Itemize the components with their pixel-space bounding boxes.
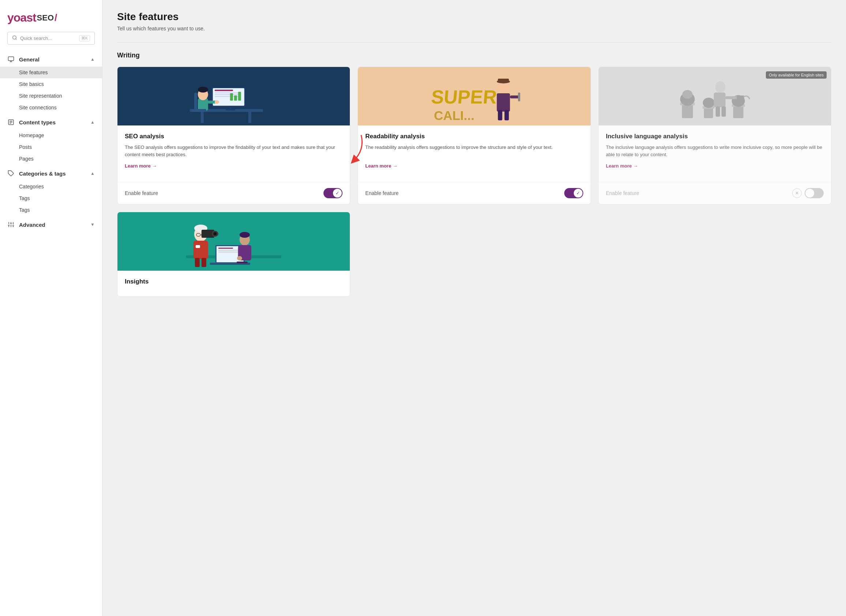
search-shortcut: ⌘K bbox=[79, 35, 90, 41]
seo-analysis-card-image bbox=[118, 67, 350, 125]
seo-analysis-title: SEO analysis bbox=[125, 133, 342, 140]
inclusive-description: The inclusive language analysis offers s… bbox=[606, 144, 824, 158]
svg-rect-49 bbox=[518, 92, 520, 101]
readability-toggle-track: ✓ bbox=[564, 188, 583, 198]
logo-area: yoast SEO / bbox=[0, 7, 102, 32]
nav-section-general-header[interactable]: General ▲ bbox=[0, 52, 102, 67]
seo-analysis-toggle[interactable]: ✓ bbox=[323, 188, 342, 198]
logo-slash: / bbox=[54, 12, 57, 23]
general-nav-items: Site features Site basics Site represent… bbox=[0, 67, 102, 113]
seo-analysis-card-wrapper: SEO analysis The SEO analysis offers sug… bbox=[117, 67, 350, 204]
readability-description: The readability analysis offers suggesti… bbox=[365, 144, 583, 158]
insights-card-body: Insights bbox=[118, 271, 350, 296]
sidebar-item-pages[interactable]: Pages bbox=[0, 153, 102, 164]
seo-analysis-card-body: SEO analysis The SEO analysis offers sug… bbox=[118, 125, 350, 182]
readability-card-body: Readability analysis The readability ana… bbox=[358, 125, 590, 182]
inclusive-toggle-track bbox=[805, 188, 824, 198]
monitor-icon bbox=[7, 56, 15, 63]
svg-rect-45 bbox=[497, 93, 510, 111]
readability-toggle[interactable]: ✓ bbox=[564, 188, 583, 198]
readability-card-image: SUPER CALI... bbox=[358, 67, 590, 125]
svg-rect-20 bbox=[201, 112, 204, 123]
inclusive-card-footer: Enable feature ✕ bbox=[599, 182, 831, 204]
readability-title: Readability analysis bbox=[365, 133, 583, 140]
seo-analysis-card-footer: Enable feature ✓ bbox=[118, 182, 350, 204]
seo-illustration bbox=[118, 67, 350, 125]
seo-analysis-learn-more[interactable]: Learn more → bbox=[125, 163, 342, 169]
svg-rect-26 bbox=[215, 89, 233, 91]
readability-enable-feature-label: Enable feature bbox=[365, 190, 398, 196]
inclusive-toggle-x-icon: ✕ bbox=[792, 188, 802, 198]
svg-rect-63 bbox=[737, 95, 744, 101]
insights-card-image bbox=[118, 212, 350, 271]
svg-rect-28 bbox=[215, 94, 239, 95]
categories-tags-nav-items: Categories Tags Tags bbox=[0, 181, 102, 216]
sidebar-item-categories[interactable]: Categories bbox=[0, 181, 102, 192]
sidebar-item-site-representation[interactable]: Site representation bbox=[0, 90, 102, 102]
sidebar-item-site-connections[interactable]: Site connections bbox=[0, 102, 102, 113]
sidebar-item-homepage[interactable]: Homepage bbox=[0, 129, 102, 141]
nav-section-categories-tags: Categories & tags ▲ Categories Tags Tags bbox=[0, 166, 102, 216]
search-box[interactable]: Quick search... ⌘K bbox=[7, 32, 95, 45]
nav-section-content-types-header[interactable]: Content types ▲ bbox=[0, 115, 102, 129]
svg-rect-31 bbox=[234, 95, 237, 101]
svg-rect-70 bbox=[219, 248, 233, 249]
svg-text:SUPER: SUPER bbox=[430, 87, 498, 107]
inclusive-card-badge: Only available for English sites bbox=[766, 71, 827, 79]
svg-rect-71 bbox=[219, 250, 240, 251]
svg-rect-27 bbox=[215, 92, 240, 93]
svg-point-0 bbox=[13, 36, 16, 39]
writing-section-label: Writing bbox=[117, 51, 831, 59]
inclusive-learn-more[interactable]: Learn more → bbox=[606, 163, 824, 169]
inclusive-toggle-disabled: ✕ bbox=[792, 188, 824, 198]
svg-rect-23 bbox=[226, 109, 235, 110]
svg-rect-44 bbox=[498, 79, 509, 82]
svg-rect-72 bbox=[219, 252, 239, 252]
svg-point-60 bbox=[715, 81, 725, 93]
search-placeholder-text: Quick search... bbox=[20, 35, 76, 41]
general-section-label: General bbox=[19, 56, 86, 63]
sidebar-item-site-features[interactable]: Site features bbox=[0, 67, 102, 78]
writing-cards-grid: SEO analysis The SEO analysis offers sug… bbox=[117, 67, 831, 204]
inclusive-enable-feature-label: Enable feature bbox=[606, 190, 639, 196]
nav-section-categories-tags-header[interactable]: Categories & tags ▲ bbox=[0, 166, 102, 181]
sidebar-item-site-basics[interactable]: Site basics bbox=[0, 78, 102, 90]
insights-cards-row: Insights bbox=[117, 212, 831, 297]
content-types-chevron-icon: ▲ bbox=[90, 120, 95, 125]
svg-rect-30 bbox=[230, 93, 233, 101]
seo-toggle-knob: ✓ bbox=[333, 189, 342, 198]
insights-illustration bbox=[118, 212, 350, 271]
advanced-section-label: Advanced bbox=[19, 221, 86, 228]
svg-rect-79 bbox=[196, 245, 200, 248]
svg-rect-39 bbox=[192, 109, 206, 112]
page-title: Site features bbox=[117, 11, 831, 23]
inclusive-toggle-knob bbox=[805, 189, 814, 198]
nav-section-content-types: Content types ▲ Homepage Posts Pages bbox=[0, 115, 102, 164]
readability-learn-more[interactable]: Learn more → bbox=[365, 163, 583, 169]
content-types-nav-items: Homepage Posts Pages bbox=[0, 129, 102, 164]
sidebar-item-posts[interactable]: Posts bbox=[0, 141, 102, 153]
section-divider bbox=[117, 43, 831, 43]
nav-section-advanced: Advanced ▼ bbox=[0, 217, 102, 232]
svg-rect-2 bbox=[9, 57, 14, 61]
svg-rect-84 bbox=[195, 258, 200, 267]
svg-point-57 bbox=[682, 90, 692, 99]
seo-analysis-card: SEO analysis The SEO analysis offers sug… bbox=[117, 67, 350, 204]
svg-point-87 bbox=[240, 232, 250, 238]
svg-rect-54 bbox=[733, 106, 743, 118]
svg-rect-62 bbox=[725, 96, 738, 99]
seo-enable-feature-label: Enable feature bbox=[125, 190, 158, 196]
search-icon bbox=[12, 35, 17, 41]
svg-rect-78 bbox=[194, 241, 208, 259]
sidebar-item-tags-1[interactable]: Tags bbox=[0, 192, 102, 204]
sliders-icon bbox=[7, 221, 15, 228]
svg-point-37 bbox=[215, 100, 219, 104]
sidebar-item-tags-2[interactable]: Tags bbox=[0, 204, 102, 216]
nav-section-advanced-header[interactable]: Advanced ▼ bbox=[0, 217, 102, 232]
insights-title: Insights bbox=[125, 278, 342, 285]
svg-rect-64 bbox=[715, 106, 720, 117]
seo-toggle-track: ✓ bbox=[323, 188, 342, 198]
svg-rect-46 bbox=[498, 110, 502, 120]
readability-card-footer: Enable feature ✓ bbox=[358, 182, 590, 204]
logo-yoast: yoast bbox=[7, 11, 36, 25]
